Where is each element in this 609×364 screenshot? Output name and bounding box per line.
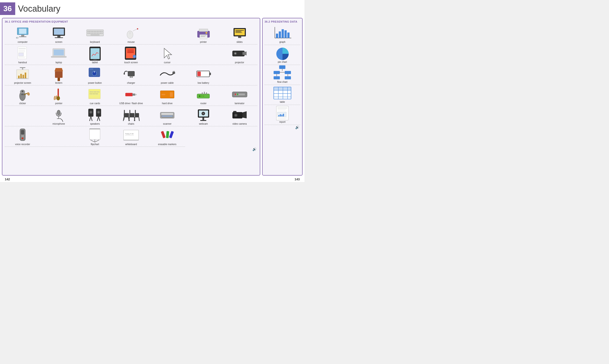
page-footer: 142 143 [0,177,305,182]
vocab-item-power-button: power button [77,66,113,85]
svg-rect-190 [123,130,138,140]
vocab-label: touch screen [124,61,138,64]
vocab-item-printer: printer [186,25,221,44]
vocab-icon-erasablemarkers [159,128,176,143]
svg-rect-22 [89,33,90,34]
svg-rect-95 [128,71,134,76]
side-vocab-item-graph: graph [265,25,300,45]
vocab-item-empty [186,45,221,65]
svg-rect-203 [287,33,289,38]
svg-rect-104 [197,72,201,76]
svg-rect-66 [127,50,134,51]
audio-button-main[interactable]: 🔊 [5,147,257,152]
vocab-item-whiteboard: Today 9:30 whiteboard [113,127,149,147]
svg-rect-28 [98,33,99,34]
svg-rect-229 [281,115,283,116]
vocab-icon-projectorscreen [14,67,31,81]
vocab-item-projector-screen: projector screen [5,66,40,85]
svg-rect-67 [127,51,134,52]
svg-rect-82 [20,74,22,78]
svg-rect-91 [91,68,92,69]
vocab-icon-computer [14,26,31,40]
vocab-label: whiteboard [125,143,137,146]
svg-point-40 [205,32,207,34]
vocab-label: printer [200,41,207,44]
svg-point-75 [235,53,236,54]
vocab-icon-printer [195,26,212,40]
svg-marker-71 [164,48,172,59]
vocab-item-flipchart: flipchart [77,127,113,147]
vocab-label: hard drive [162,102,172,105]
svg-rect-225 [277,110,285,110]
svg-rect-129 [206,92,207,94]
svg-line-163 [139,117,139,121]
svg-rect-121 [132,93,135,96]
svg-rect-83 [23,75,24,78]
audio-button-side[interactable]: 🔊 [265,125,300,130]
vocab-label: laminator [234,102,244,105]
svg-line-186 [91,140,95,142]
svg-point-172 [203,113,204,114]
svg-rect-212 [273,76,280,79]
unit-number: 36 [0,2,15,15]
vocab-item-empty [41,127,77,147]
svg-rect-54 [19,52,24,52]
left-page-number: 142 [5,178,10,181]
vocab-item-pointer: pointer [41,86,77,106]
svg-rect-12 [89,31,90,32]
vocab-icon-pointer [51,87,67,102]
svg-rect-88 [58,78,60,81]
svg-rect-50 [19,48,26,49]
side-vocab-item-flow-chart: flow chart [265,65,300,85]
vocab-label: screen [55,41,62,44]
vocab-icon-powercable [159,67,176,81]
svg-rect-26 [95,33,96,34]
vocab-item-empty [5,107,40,126]
svg-rect-201 [281,29,284,38]
vocab-label: webcam [199,123,208,126]
side-vocab-label: report [279,121,285,124]
svg-rect-57 [19,57,25,58]
svg-rect-20 [101,31,103,32]
svg-rect-103 [209,73,211,75]
vocab-item-scanner: scanner [149,107,185,126]
svg-rect-100 [173,71,174,72]
vocab-item-mouse: mouse [113,25,149,44]
vocab-item-keyboard: keyboard [77,25,113,44]
vocab-icon-cursor [159,46,176,61]
svg-point-132 [203,95,204,97]
page-title: Vocabulary [18,4,60,14]
svg-point-145 [98,112,99,113]
vocab-icon-router [195,87,212,102]
svg-rect-56 [19,56,26,57]
svg-rect-202 [284,30,286,38]
svg-rect-30 [101,33,103,34]
svg-rect-51 [19,50,26,50]
svg-rect-224 [277,109,286,109]
vocab-item-voice-recorder: voice recorder [5,127,40,147]
vocab-icon-videocamera [231,108,248,122]
svg-rect-125 [162,94,165,95]
svg-rect-108 [21,93,24,95]
svg-rect-55 [19,53,23,56]
svg-marker-87 [54,68,63,71]
vocab-item-clicker: clicker [5,86,40,106]
vocab-icon-empty [14,108,31,122]
vocab-icon-empty [51,128,67,143]
vocab-icon-projector [231,46,248,61]
vocab-icon-harddrive [159,87,176,102]
vocab-label: clicker [19,102,26,105]
svg-rect-208 [285,71,291,74]
vocab-label: projector screen [14,82,31,85]
vocab-item-low-battery: low battery [186,66,221,85]
svg-rect-2 [21,35,24,36]
svg-rect-227 [278,115,280,116]
vocab-label: USB drive / flash drive [119,102,143,105]
vocab-label: router [200,102,207,105]
svg-rect-11 [87,31,89,32]
svg-point-130 [199,95,201,97]
svg-rect-128 [204,91,205,94]
vocab-item-cursor: cursor [149,45,185,65]
vocab-item-empty [222,66,257,85]
vocab-icon-microphone [51,108,67,122]
